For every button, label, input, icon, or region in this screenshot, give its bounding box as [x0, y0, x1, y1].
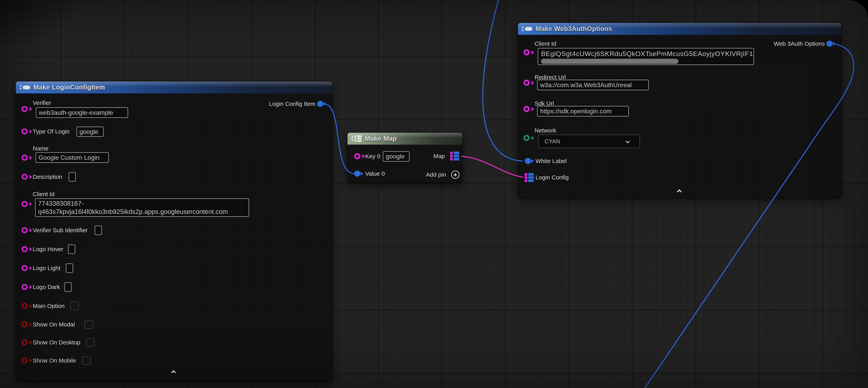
- network-selected-value: CYAN: [545, 138, 560, 145]
- pin-label-show-on-mobile: Show On Mobile: [33, 357, 76, 364]
- pin-white-label[interactable]: [525, 158, 531, 164]
- pin-label-network: Network: [534, 127, 556, 134]
- collapse-node-chevron-icon[interactable]: [171, 370, 176, 375]
- client-id-line2: q463s7kpvja16l4l0kko3nb925ikds2p.apps.go…: [38, 208, 228, 216]
- make-struct-icon: [19, 85, 30, 90]
- output-pin-login-config-item[interactable]: [317, 101, 323, 107]
- pin-key-0[interactable]: [354, 153, 360, 159]
- pin-logo-dark[interactable]: [22, 284, 28, 290]
- output-pin-label-map: Map: [433, 152, 445, 160]
- pin-label-verifier-sub-identifier: Verifier Sub Identifier: [33, 227, 88, 234]
- output-pin-web3auth-options[interactable]: [827, 40, 833, 47]
- output-pin-label-login-config-item: Login Config Item: [269, 100, 315, 108]
- verifier-sub-identifier-input[interactable]: [95, 226, 102, 235]
- pin-network[interactable]: [524, 135, 530, 141]
- pin-login-config[interactable]: [525, 173, 534, 182]
- sdk-url-input[interactable]: https://sdk.openlogin.com: [537, 106, 629, 117]
- pin-client-id[interactable]: [22, 201, 28, 207]
- show-on-modal-checkbox[interactable]: [84, 320, 93, 329]
- node-header-make-web3auth-options[interactable]: Make Web3AuthOptions: [518, 23, 841, 35]
- pin-logo-hover[interactable]: [22, 246, 28, 252]
- pin-show-on-desktop[interactable]: [22, 339, 28, 346]
- pin-show-on-mobile[interactable]: [22, 357, 28, 363]
- logo-light-input[interactable]: [66, 263, 73, 273]
- logo-dark-input[interactable]: [64, 282, 71, 292]
- pin-label-description: Description: [33, 173, 62, 181]
- pin-label-client-id: Client Id: [534, 40, 556, 48]
- blueprint-graph-canvas[interactable]: Make LoginConfigItem Login Config Item V…: [0, 0, 868, 388]
- type-of-login-input[interactable]: google: [76, 126, 104, 137]
- collapse-node-chevron-icon[interactable]: [677, 189, 682, 194]
- pin-label-main-option: Main Option: [33, 302, 65, 310]
- pin-label-value-0: Value 0: [365, 170, 385, 177]
- pin-logo-light[interactable]: [22, 265, 28, 271]
- wire-offscreen-to-white-label[interactable]: [483, 0, 523, 161]
- pin-verifier[interactable]: [22, 106, 28, 112]
- show-on-desktop-checkbox[interactable]: [86, 338, 95, 347]
- node-header-make-map[interactable]: Make Map: [347, 133, 462, 145]
- node-make-login-config-item[interactable]: Make LoginConfigItem Login Config Item V…: [16, 82, 332, 381]
- network-dropdown[interactable]: CYAN: [538, 135, 640, 148]
- pin-verifier-sub-identifier[interactable]: [22, 227, 28, 233]
- node-make-map[interactable]: Make Map Key 0 google Map Value 0 Add pi…: [347, 133, 462, 182]
- add-pin-button[interactable]: +: [451, 171, 459, 179]
- pin-label-verifier: Verifier: [33, 99, 51, 107]
- pin-label-logo-light: Logo Light: [33, 264, 60, 272]
- client-id-input[interactable]: 774338308167- q463s7kpvja16l4l0kko3nb925…: [35, 198, 249, 217]
- node-title: Make Web3AuthOptions: [535, 25, 612, 33]
- make-struct-icon: [522, 26, 532, 31]
- redirect-url-input[interactable]: w3a://com.w3a.Web3AuthUnreal: [537, 80, 649, 90]
- verifier-input[interactable]: web3auth-google-example: [36, 107, 128, 118]
- pin-redirect-url[interactable]: [524, 80, 530, 86]
- node-title: Make Map: [365, 135, 397, 142]
- client-id-input[interactable]: BEglQSgt4cUWcj6SKRdu5QkOXTsePmMcusG5EAoy…: [538, 48, 754, 65]
- pin-label-show-on-desktop: Show On Desktop: [33, 339, 81, 346]
- add-pin-label: Add pin: [426, 171, 446, 178]
- pin-label-logo-hover: Logo Hover: [33, 245, 63, 253]
- pin-value-0[interactable]: [354, 171, 360, 177]
- node-make-web3auth-options[interactable]: Make Web3AuthOptions Web 3Auth Options C…: [518, 23, 841, 198]
- pin-label-logo-dark: Logo Dark: [33, 283, 60, 291]
- pin-label-show-on-modal: Show On Modal: [33, 321, 75, 328]
- key-0-input[interactable]: google: [383, 151, 409, 162]
- pin-description[interactable]: [22, 174, 28, 180]
- show-on-mobile-checkbox[interactable]: [82, 356, 91, 365]
- logo-hover-input[interactable]: [68, 244, 75, 254]
- output-pin-label-web3auth-options: Web 3Auth Options: [774, 40, 825, 48]
- pin-main-option[interactable]: [22, 303, 28, 309]
- pin-sdk-url[interactable]: [524, 106, 530, 112]
- dropdown-chevron-icon: [626, 139, 630, 143]
- pin-client-id[interactable]: [524, 49, 530, 55]
- client-id-text: BEglQSgt4cUWcj6SKRdu5QkOXTsePmMcusG5EAoy…: [541, 49, 754, 59]
- main-option-checkbox[interactable]: [70, 302, 79, 310]
- pin-type-of-login[interactable]: [22, 128, 28, 135]
- wire-map-to-login-config[interactable]: [461, 156, 524, 177]
- node-header-make-login-config-item[interactable]: Make LoginConfigItem: [16, 82, 332, 94]
- client-id-line1: 774338308167-: [38, 199, 84, 208]
- viewport-rounded-corner: [850, 0, 868, 18]
- description-input[interactable]: [69, 172, 76, 182]
- client-id-scrollbar[interactable]: [541, 59, 678, 64]
- make-map-icon: [351, 136, 362, 142]
- pin-label-type-of-login: Type Of Login: [33, 128, 69, 135]
- pin-label-key-0: Key 0: [365, 153, 380, 160]
- name-input[interactable]: Google Custom Login: [35, 152, 109, 163]
- node-title: Make LoginConfigItem: [33, 84, 105, 91]
- output-pin-map[interactable]: [450, 152, 459, 160]
- pin-label-name: Name: [33, 145, 49, 152]
- pin-label-white-label: White Label: [535, 157, 567, 165]
- pin-label-client-id: Client Id: [33, 190, 54, 198]
- pin-show-on-modal[interactable]: [22, 321, 28, 327]
- pin-name[interactable]: [22, 155, 28, 161]
- pin-label-login-config: Login Config: [535, 174, 569, 181]
